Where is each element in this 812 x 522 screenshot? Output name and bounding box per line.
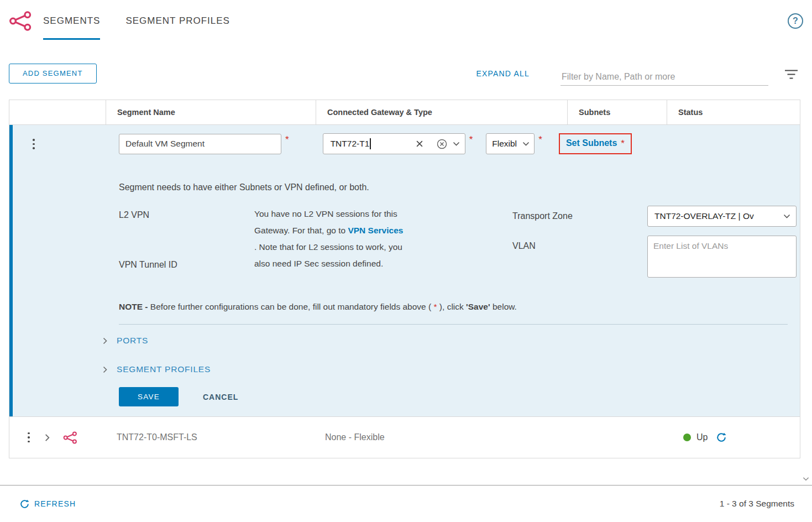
required-asterisk: * <box>621 138 625 149</box>
form-right-column: Transport Zone TNT72-OVERLAY-TZ | Ov VLA… <box>512 206 800 278</box>
tab-segment-profiles-label: SEGMENT PROFILES <box>125 15 230 27</box>
note-save-word: 'Save' <box>466 302 490 311</box>
vlan-label: VLAN <box>512 241 647 251</box>
gateway-value: TNT72-T1 <box>331 139 370 149</box>
mandatory-fields-note: NOTE - Before further configurations can… <box>119 302 800 312</box>
add-segment-button[interactable]: ADD SEGMENT <box>9 64 97 83</box>
column-status: Status <box>667 100 800 124</box>
column-subnets: Subnets <box>567 100 667 124</box>
segment-profiles-section-label: SEGMENT PROFILES <box>117 364 211 374</box>
segment-info-text: Segment needs to have either Subnets or … <box>119 182 800 192</box>
editor-form: L2 VPN VPN Tunnel ID You have no L2 VPN … <box>119 206 800 278</box>
ports-section-label: PORTS <box>117 336 148 346</box>
help-glyph: ? <box>793 16 798 26</box>
column-connected-gateway: Connected Gateway & Type <box>316 100 567 124</box>
chevron-down-icon <box>783 214 790 218</box>
status-up-dot <box>683 434 691 441</box>
kebab-menu-icon[interactable] <box>26 431 32 445</box>
expand-row-chevron-icon[interactable] <box>45 434 50 442</box>
row-gateway-type: None - Flexible <box>316 432 567 442</box>
filter-icon[interactable] <box>784 69 799 82</box>
l2vpn-text-2: . Note that for L2 sessions to work, you… <box>254 242 402 268</box>
tab-segments[interactable]: SEGMENTS <box>43 0 100 42</box>
transport-zone-label: Transport Zone <box>512 211 647 221</box>
footer-bar: REFRESH 1 - 3 of 3 Segments <box>0 485 812 522</box>
chevron-down-icon <box>522 142 530 146</box>
text-cursor <box>370 138 371 149</box>
cancel-button[interactable]: CANCEL <box>203 393 238 401</box>
required-asterisk: * <box>469 134 473 145</box>
required-asterisk: * <box>538 134 542 145</box>
note-prefix: NOTE - <box>119 302 150 311</box>
tab-segments-label: SEGMENTS <box>43 15 100 27</box>
segment-editor-row: * TNT72-T1 <box>9 125 800 416</box>
row-segment-name: TNT72-T0-MSFT-LS <box>106 432 316 442</box>
editor-actions: SAVE CANCEL <box>119 387 800 406</box>
pagination-range: 1 - 3 of 3 Segments <box>720 499 794 509</box>
table-header-row: Segment Name Connected Gateway & Type Su… <box>9 100 800 125</box>
chevron-right-icon <box>103 366 107 373</box>
status-text: Up <box>696 432 708 442</box>
segment-profiles-section-toggle[interactable]: SEGMENT PROFILES <box>103 362 800 377</box>
refresh-button[interactable]: REFRESH <box>20 499 76 509</box>
l2vpn-label: L2 VPN <box>119 210 254 220</box>
filter-input[interactable] <box>560 69 768 85</box>
ports-section-toggle[interactable]: PORTS <box>103 333 800 348</box>
l2vpn-description: You have no L2 VPN sessions for this Gat… <box>254 206 408 278</box>
vpn-services-link[interactable]: VPN Services <box>348 226 403 235</box>
clear-text-icon[interactable] <box>416 140 423 148</box>
vlan-input[interactable] <box>647 236 797 278</box>
column-segment-name: Segment Name <box>106 100 316 124</box>
filter-field-wrap <box>560 69 768 86</box>
gateway-type-select[interactable]: Flexible <box>486 133 535 154</box>
connected-gateway-combobox[interactable]: TNT72-T1 <box>323 133 465 154</box>
expand-all-button[interactable]: EXPAND ALL <box>476 69 530 78</box>
tab-segment-profiles[interactable]: SEGMENT PROFILES <box>125 0 230 42</box>
save-button[interactable]: SAVE <box>119 387 179 406</box>
set-subnets-button[interactable]: Set Subnets * <box>559 133 632 154</box>
refresh-icon <box>20 499 29 509</box>
note-body-3: below. <box>490 302 517 311</box>
refresh-label: REFRESH <box>34 499 76 508</box>
chevron-down-icon[interactable] <box>453 142 460 146</box>
refresh-status-icon[interactable] <box>716 432 726 442</box>
note-body-1: Before further configurations can be don… <box>150 302 434 311</box>
note-body-2: ), click <box>437 302 467 311</box>
transport-zone-select[interactable]: TNT72-OVERLAY-TZ | Ov <box>647 206 797 227</box>
gateway-type-value: Flexible <box>492 139 517 149</box>
transport-zone-row: Transport Zone TNT72-OVERLAY-TZ | Ov <box>512 206 800 227</box>
form-left-labels: L2 VPN VPN Tunnel ID <box>119 206 254 278</box>
segment-icon <box>63 431 77 444</box>
row-status-cell: Up <box>667 432 800 442</box>
form-left-column: L2 VPN VPN Tunnel ID You have no L2 VPN … <box>119 206 512 278</box>
column-select <box>9 100 106 124</box>
set-subnets-label: Set Subnets <box>566 138 617 148</box>
transport-zone-value: TNT72-OVERLAY-TZ | Ov <box>654 211 778 221</box>
help-icon[interactable]: ? <box>788 13 803 29</box>
clear-selection-icon[interactable] <box>437 139 447 149</box>
scrollbar-down-arrow-icon[interactable] <box>803 473 809 483</box>
vlan-row: VLAN <box>512 236 800 278</box>
nsx-segment-logo-icon <box>9 11 32 31</box>
segments-table: Segment Name Connected Gateway & Type Su… <box>9 100 800 458</box>
top-bar: SEGMENTS SEGMENT PROFILES ? <box>0 0 812 42</box>
table-row: TNT72-T0-MSFT-LS None - Flexible Up <box>9 416 800 458</box>
vpn-tunnel-id-label: VPN Tunnel ID <box>119 260 254 270</box>
segment-name-input[interactable] <box>119 134 281 154</box>
section-divider <box>119 324 788 325</box>
nsx-segments-page: SEGMENTS SEGMENT PROFILES ? ADD SEGMENT … <box>0 0 812 522</box>
row-controls <box>9 431 106 445</box>
chevron-right-icon <box>103 337 107 344</box>
kebab-menu-icon[interactable] <box>31 137 36 151</box>
required-asterisk: * <box>285 134 289 145</box>
editor-fields-row: * TNT72-T1 <box>119 133 800 154</box>
toolbar: ADD SEGMENT EXPAND ALL <box>0 61 812 86</box>
